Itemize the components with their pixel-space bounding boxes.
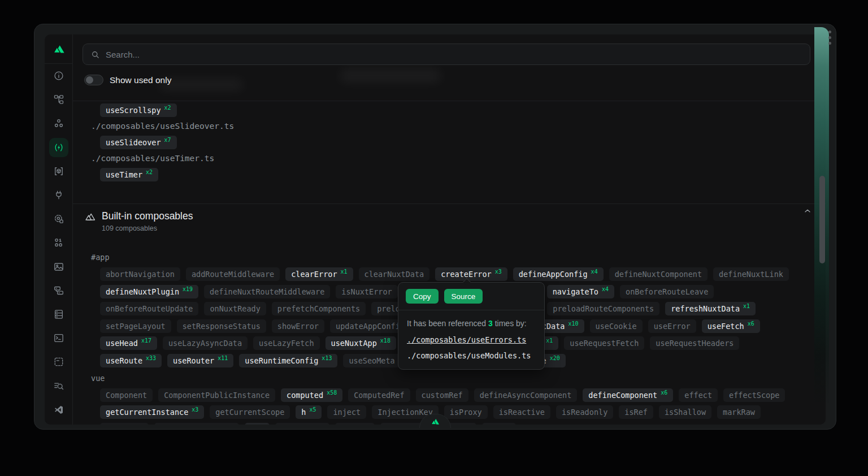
composable-pill[interactable]: [245, 423, 270, 425]
composable-pill[interactable]: ComponentPublicInstance: [158, 388, 275, 402]
pill-row: getCurrentInstancex3getCurrentScopehx5in…: [73, 405, 826, 419]
composable-pill[interactable]: defineAppConfigx4: [513, 267, 604, 281]
composable-pill[interactable]: useTimerx2: [100, 168, 158, 181]
composable-pill[interactable]: preloadRouteComponents: [547, 302, 659, 315]
composable-pill[interactable]: onBeforeRouteUpdate: [100, 302, 198, 315]
composable-pill[interactable]: [100, 423, 149, 425]
sidebar-item-terminal[interactable]: [45, 326, 72, 350]
composable-pill[interactable]: createErrorx3: [435, 267, 507, 281]
composable-pill[interactable]: clearErrorx1: [285, 267, 353, 281]
composable-pill[interactable]: defineNuxtComponent: [609, 267, 708, 281]
sidebar-item-assets[interactable]: [45, 255, 72, 279]
composable-pill[interactable]: defineNuxtPluginx19: [100, 285, 198, 298]
referenced-file-link[interactable]: ./composables/useModules.ts: [407, 350, 536, 361]
source-button[interactable]: Source: [444, 289, 483, 304]
composable-pill[interactable]: getCurrentScope: [210, 405, 290, 419]
sidebar-item-composables[interactable]: [45, 136, 72, 159]
composable-pill[interactable]: isShallow: [659, 405, 711, 419]
composable-pill[interactable]: setPageLayout: [100, 319, 171, 333]
referenced-file-link[interactable]: ./composables/useErrors.ts: [407, 335, 536, 345]
composable-pill[interactable]: useHeadx17: [100, 336, 157, 350]
sidebar-item-server-routes[interactable]: [45, 279, 72, 302]
sidebar-item-storage[interactable]: [45, 302, 72, 326]
nuxt-logo-icon: [51, 43, 66, 55]
composable-pill[interactable]: setResponseStatus: [177, 319, 266, 333]
copy-button[interactable]: Copy: [406, 289, 439, 304]
composable-pill[interactable]: [335, 423, 375, 425]
drag-handle-dots[interactable]: [828, 31, 831, 45]
composable-pill[interactable]: useNuxtAppx18: [326, 336, 396, 350]
composable-pill[interactable]: useLazyAsyncData: [163, 336, 248, 350]
composable-pill[interactable]: inject: [327, 405, 366, 419]
composable-pill[interactable]: useFetchx6: [702, 319, 760, 333]
file-path[interactable]: ./composables/useTimer.ts: [73, 154, 826, 163]
sidebar-item-modules[interactable]: [45, 159, 72, 183]
composable-pill[interactable]: defineAsyncComponent: [474, 388, 578, 402]
sidebar-item-info[interactable]: [45, 64, 72, 88]
pill-row: useSlideoverx7: [73, 136, 826, 149]
sidebar-item-payload[interactable]: [45, 231, 72, 254]
composable-pill[interactable]: isProxy: [444, 405, 488, 419]
composable-pill[interactable]: showError: [272, 319, 324, 333]
composable-pill[interactable]: computedx58: [281, 388, 342, 402]
collapse-section-button[interactable]: [802, 205, 813, 217]
sidebar-items: [45, 64, 72, 422]
composable-pill[interactable]: useScrollspyx2: [100, 103, 177, 117]
composable-pill[interactable]: defineNuxtRouteMiddleware: [204, 285, 330, 298]
used-only-toggle[interactable]: [84, 75, 103, 85]
composable-pill[interactable]: effect: [679, 388, 718, 402]
sidebar-logo[interactable]: [45, 34, 72, 64]
modules-icon: [53, 166, 64, 177]
storage-icon: [53, 309, 64, 320]
composable-pill[interactable]: abortNavigation: [100, 267, 180, 281]
sidebar-item-settings[interactable]: [45, 207, 72, 231]
sidebar-item-inspector[interactable]: [45, 350, 72, 374]
composable-pill[interactable]: customRef: [416, 388, 468, 402]
pill-row: abortNavigationaddRouteMiddlewareclearEr…: [73, 267, 826, 281]
sidebar-item-vscode[interactable]: [45, 398, 72, 422]
composable-pill[interactable]: isReactive: [493, 405, 550, 419]
composable-pill[interactable]: [275, 423, 329, 425]
composable-pill[interactable]: ComputedRef: [348, 388, 410, 402]
composable-pill[interactable]: isRef: [619, 405, 653, 419]
composable-pill[interactable]: useRequestHeaders: [650, 336, 739, 350]
composable-pill[interactable]: [154, 423, 239, 425]
composable-pill[interactable]: useRuntimeConfigx13: [239, 354, 337, 367]
sidebar-item-components[interactable]: [45, 111, 72, 135]
composable-pill[interactable]: useRouterx11: [167, 354, 233, 367]
composable-pill[interactable]: markRaw: [717, 405, 761, 419]
composable-pill[interactable]: useLazyFetch: [253, 336, 320, 350]
composable-pill[interactable]: Component: [100, 388, 153, 402]
file-path[interactable]: ./composables/useSlideover.ts: [73, 122, 826, 131]
search-input[interactable]: [106, 50, 802, 59]
composable-pill[interactable]: useRoutex33: [100, 354, 162, 367]
composable-pill[interactable]: defineNuxtLink: [713, 267, 789, 281]
composable-pill[interactable]: [482, 423, 516, 425]
sidebar-item-plugins[interactable]: [45, 183, 72, 207]
composable-pill[interactable]: useCookie: [590, 319, 643, 333]
composable-pill[interactable]: clearNuxtData: [359, 267, 430, 281]
composable-pill[interactable]: refreshNuxtDatax1: [665, 302, 756, 315]
composable-pill[interactable]: onNuxtReady: [204, 302, 266, 315]
composable-pill[interactable]: effectScope: [723, 388, 785, 402]
composable-pill[interactable]: defineComponentx6: [583, 388, 673, 402]
composable-pill[interactable]: isReadonly: [556, 405, 613, 419]
composable-pill[interactable]: useError: [648, 319, 696, 333]
settings-icon: [53, 213, 64, 224]
sidebar: [45, 34, 73, 425]
composable-pill[interactable]: useSlideoverx7: [100, 136, 177, 149]
composable-pill[interactable]: hx5: [296, 405, 322, 419]
composable-pill[interactable]: addRouteMiddleware: [186, 267, 280, 281]
composable-pill[interactable]: onBeforeRouteLeave: [620, 285, 714, 298]
composable-pill[interactable]: getCurrentInstancex3: [100, 405, 204, 419]
sidebar-item-open-graph[interactable]: [45, 374, 72, 397]
composable-pill[interactable]: prefetchComponents: [272, 302, 366, 315]
composable-pill[interactable]: isNuxtError: [336, 285, 397, 298]
sidebar-item-pages[interactable]: [45, 88, 72, 111]
composable-pill[interactable]: navigateTox4: [547, 285, 614, 298]
pill-row: useScrollspyx2: [73, 103, 826, 117]
info-icon: [53, 70, 64, 81]
composable-pill[interactable]: useRequestFetch: [564, 336, 644, 350]
scrollbar-thumb[interactable]: [819, 176, 825, 263]
composable-pill[interactable]: useSeoMeta: [343, 354, 400, 367]
